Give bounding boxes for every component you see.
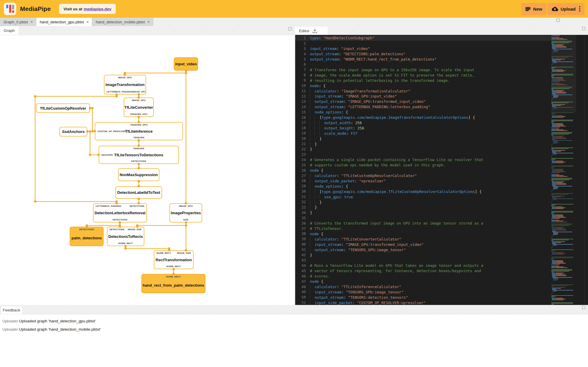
port-label-detections: DETECTIONS — [79, 228, 94, 231]
tab-graph[interactable]: Graph — [0, 26, 18, 35]
code-line-18: 18 output_height: 256 — [295, 125, 551, 131]
file-tab-hand_detection_mobile.pbtxt[interactable]: hand_detection_mobile.pbtxt✕ — [92, 18, 153, 26]
code-line-49: 49 input_stream: "TENSORS_GPU:image_tens… — [295, 290, 551, 295]
line-number: 50 — [295, 295, 310, 299]
line-number: 9 — [295, 78, 310, 82]
line-number: 39 — [295, 237, 310, 241]
feedback-source: Uploader — [2, 327, 17, 332]
line-number: 30 — [295, 189, 310, 194]
port-label-detections: DETECTIONS — [130, 205, 144, 207]
node-title: SsdAnchors — [60, 127, 87, 136]
code-line-39: 39 calculator: "TfLiteConverterCalculato… — [295, 236, 551, 242]
calculator-node-DetectionsToRects[interactable]: DETECTIONSIMAGE_SIZEDetectionsToRectsNOR… — [107, 227, 144, 246]
node-title: palm_detections — [70, 231, 103, 246]
stream-node-input_video[interactable]: input_video — [174, 57, 198, 71]
port-label-norm_rect: NORM_RECT — [156, 252, 171, 254]
stream-node-hand_rect_from_palm_detections[interactable]: NORM_RECThand_rect_from_palm_detections — [141, 274, 205, 293]
calculator-node-ImageTransformation[interactable]: IMAGE_GPUImageTransformationLETTERBOX_PA… — [104, 75, 146, 95]
file-tab-Graph_0.pbtxt[interactable]: Graph_0.pbtxt✕ — [0, 18, 36, 26]
port-label-tensors: TENSORS — [133, 147, 144, 150]
port-label-image_size: IMAGE_SIZE — [128, 228, 142, 231]
calculator-node-TfLiteInference[interactable]: TENSORS_GPUTfLiteInferenceTENSORSCUSTOM_… — [95, 122, 183, 140]
line-number: 12 — [295, 94, 310, 98]
stream-node-palm_detections[interactable]: DETECTIONSpalm_detections — [70, 227, 104, 246]
code-line-50: 50 output_stream: "TENSORS:detection_ten… — [295, 295, 551, 300]
mediapipe-dev-link[interactable]: mediapipe.dev — [84, 7, 111, 11]
code-line-14: 14 output_stream: "LETTERBOX_PADDING:let… — [295, 104, 551, 110]
code-line-42: 42} — [295, 252, 551, 258]
close-tab-icon[interactable]: ✕ — [86, 20, 89, 24]
tab-feedback[interactable]: Feedback — [1, 306, 22, 314]
port-label-image_size: IMAGE_SIZE — [177, 252, 191, 254]
code-editor[interactable]: 1type: "HandDetectionSubgraph"23input_st… — [295, 35, 588, 305]
line-number: 7 — [295, 68, 310, 72]
code-line-5: 5output_stream: "NORM_RECT:hand_rect_fro… — [295, 57, 551, 62]
port-label-detections: DETECTIONS — [131, 160, 146, 163]
code-line-15: 15 node_options: { — [295, 110, 551, 115]
feedback-expand-icon[interactable] — [582, 306, 585, 309]
calculator-node-TfLiteTensorsToDetections[interactable]: TENSORSTfLiteTensorsToDetectionsDETECTIO… — [99, 146, 179, 164]
code-line-43: 43 — [295, 258, 551, 263]
calculator-node-SsdAnchors[interactable]: SsdAnchors — [59, 127, 87, 137]
calculator-node-TfLiteConverter[interactable]: IMAGE_GPUTfLiteConverterTENSORS_GPU — [124, 98, 154, 117]
calculator-node-DetectionLetterboxRemoval[interactable]: LETTERBOX_PADDINGDETECTIONSDetectionLett… — [93, 203, 147, 223]
port-label-image_gpu: IMAGE_GPU — [118, 77, 132, 79]
line-number: 2 — [295, 41, 310, 46]
code-line-16: 16 [type.googleapis.com/mediapipe.ImageT… — [295, 115, 551, 120]
calculator-node-NonMaxSuppression[interactable]: NonMaxSuppression — [118, 168, 159, 181]
code-line-19: 19 scale_mode: FIT — [295, 131, 551, 136]
upload-button[interactable]: Upload — [548, 3, 584, 15]
app-header: MediaPipe Visit us at mediapipe.dev New … — [0, 0, 588, 18]
line-number: 28 — [295, 179, 310, 183]
code-line-17: 17 output_width: 256 — [295, 120, 551, 126]
upload-menu-kebab-icon[interactable] — [579, 6, 580, 12]
line-number: 37 — [295, 227, 310, 231]
file-tab-label: hand_detection_mobile.pbtxt — [96, 20, 145, 24]
line-number: 13 — [295, 100, 310, 104]
minimap[interactable] — [551, 35, 576, 305]
code-line-38: 38node { — [295, 231, 551, 237]
close-tab-icon[interactable]: ✕ — [147, 20, 150, 24]
close-tab-icon[interactable]: ✕ — [30, 20, 33, 24]
file-tab-hand_detection_gpu.pbtxt[interactable]: hand_detection_gpu.pbtxt✕ — [36, 18, 92, 26]
feedback-source: Uploader — [2, 319, 17, 323]
new-graph-icon — [525, 7, 530, 11]
line-number: 16 — [295, 116, 310, 120]
new-button[interactable]: New — [521, 3, 546, 15]
port-label-image_gpu: IMAGE_GPU — [132, 91, 146, 93]
graph-expand-icon[interactable] — [288, 27, 292, 30]
code-line-23: 23 — [295, 152, 551, 157]
calculator-node-DetectionLabelIdToText[interactable]: DetectionLabelIdToText — [115, 186, 162, 199]
code-line-27: 27 calculator: "TfLiteCustomOpResolverCa… — [295, 173, 551, 178]
calculator-node-RectTransformation[interactable]: NORM_RECTIMAGE_SIZERectTransformationNOR… — [154, 250, 194, 269]
calculator-node-ImageProperties[interactable]: IMAGE_GPUImagePropertiesSIZE — [169, 203, 202, 223]
tab-editor[interactable]: Editor — [295, 27, 328, 35]
code-line-10: 10node: { — [295, 83, 551, 88]
line-number: 34 — [295, 211, 310, 215]
editor-scrollbar[interactable] — [584, 35, 584, 305]
line-number: 26 — [295, 168, 310, 173]
line-number: 35 — [295, 216, 310, 220]
download-icon[interactable] — [312, 28, 317, 33]
node-title: ImageTransformation — [104, 79, 146, 91]
line-number: 19 — [295, 131, 310, 135]
graph-canvas[interactable]: input_videoIMAGE_GPUImageTransformationL… — [0, 35, 294, 305]
editor-expand-icon[interactable] — [582, 27, 585, 30]
code-line-7: 7# Transforms the input image on GPU to … — [295, 67, 551, 72]
calculator-node-TfLiteCustomOpResolver[interactable]: TfLiteCustomOpResolver — [36, 103, 90, 113]
code-line-32: 32 } — [295, 199, 551, 205]
line-number: 40 — [295, 242, 310, 246]
code-line-40: 40 input_stream: "IMAGE_GPU:transformed_… — [295, 242, 551, 247]
port-label-detections: DETECTIONS — [112, 219, 127, 221]
line-number: 25 — [295, 163, 310, 167]
line-number: 42 — [295, 253, 310, 257]
port-label-letterbox_padding: LETTERBOX_PADDING — [96, 205, 121, 207]
line-number: 51 — [295, 301, 310, 305]
line-number: 41 — [295, 248, 310, 252]
code-line-26: 26node { — [295, 168, 551, 173]
line-number: 36 — [295, 221, 310, 225]
line-number: 43 — [295, 258, 310, 262]
line-number: 20 — [295, 137, 310, 141]
tabbar-expand-icon[interactable] — [556, 19, 560, 22]
code-line-25: 25# supports custom ops needed by the mo… — [295, 163, 551, 168]
